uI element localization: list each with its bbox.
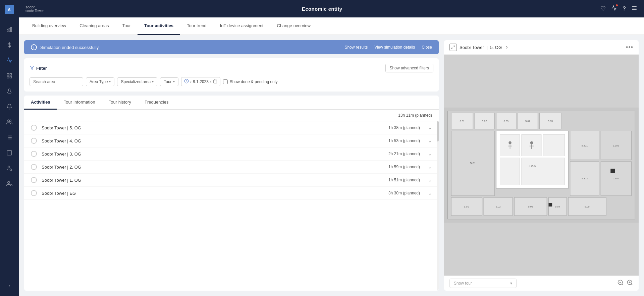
show-tour-dropdown[interactable]: Show tour ▾	[449, 279, 517, 288]
filter-icon	[30, 65, 34, 71]
activity-item-2[interactable]: Soobr Tower | 3. OG 2h 21m (planned) ⌄	[24, 147, 439, 161]
date-prev-button[interactable]: ‹	[190, 79, 192, 84]
svg-line-79	[622, 284, 623, 285]
sidebar-bottom: ›	[0, 281, 19, 296]
sub-tab-tour-history[interactable]: Tour history	[102, 96, 138, 110]
svg-text:5.303: 5.303	[581, 177, 588, 180]
chat-icon[interactable]: ♡	[600, 5, 606, 12]
date-next-button[interactable]: ›	[210, 79, 212, 84]
activity-item-1[interactable]: Soobr Tower | 4. OG 1h 53m (planned) ⌄	[24, 134, 439, 147]
sidebar-item-group[interactable]	[3, 177, 16, 190]
sidebar-item-square[interactable]	[3, 146, 16, 160]
main-nav-tabs: Building overview Cleaning areas Tour To…	[19, 17, 644, 35]
activity-item-5[interactable]: Soobr Tower | EG 3h 30m (planned) ⌄	[24, 187, 439, 200]
view-simulation-details-button[interactable]: View simulation details	[374, 45, 415, 50]
svg-rect-4	[7, 73, 9, 75]
activity-chevron-4[interactable]: ⌄	[428, 177, 432, 183]
activity-circle-0	[31, 125, 37, 131]
sidebar-collapse-button[interactable]: ›	[3, 281, 16, 291]
close-notification-button[interactable]: Close	[422, 45, 432, 50]
sidebar-item-grid[interactable]	[3, 69, 16, 82]
map-more-options-button[interactable]: •••	[626, 44, 633, 51]
svg-rect-25	[213, 80, 217, 83]
sub-tab-tour-information[interactable]: Tour Information	[57, 96, 102, 110]
activity-item-3[interactable]: Soobr Tower | 2. OG 1h 59m (planned) ⌄	[24, 161, 439, 174]
sidebar-item-dollar[interactable]	[3, 38, 16, 52]
sub-tab-activities[interactable]: Activities	[24, 96, 57, 110]
activity-name-3: Soobr Tower | 2. OG	[42, 165, 384, 170]
map-fullscreen-button[interactable]	[449, 44, 457, 51]
svg-text:5.05: 5.05	[585, 205, 590, 208]
info-icon: i	[31, 44, 37, 50]
show-done-pending-input[interactable]	[223, 79, 228, 84]
sidebar-item-chart[interactable]	[3, 23, 16, 36]
tab-building-overview[interactable]: Building overview	[25, 17, 73, 35]
svg-line-29	[453, 46, 455, 47]
zoom-in-button[interactable]	[627, 279, 633, 288]
tour-dropdown[interactable]: Tour ▾	[160, 77, 178, 86]
show-advanced-filters-button[interactable]: Show advanced filters	[385, 64, 433, 72]
sidebar-item-flask[interactable]	[3, 84, 16, 98]
filter-section: Filter Show advanced filters Area Type ▾…	[24, 58, 439, 92]
activity-chevron-0[interactable]: ⌄	[428, 125, 432, 130]
activity-chevron-2[interactable]: ⌄	[428, 151, 432, 157]
activity-time-2: 2h 21m (planned)	[388, 152, 420, 156]
activity-item-0[interactable]: Soobr Tower | 5. OG 1h 38m (planned) ⌄	[24, 121, 439, 134]
help-icon[interactable]: ?	[623, 6, 626, 12]
show-results-button[interactable]: Show results	[344, 45, 368, 50]
map-floor-nav[interactable]	[504, 45, 509, 50]
date-sync-icon[interactable]	[184, 79, 189, 84]
show-done-pending-label: Show done & pending only	[230, 79, 278, 84]
zoom-out-button[interactable]	[617, 279, 624, 288]
pulse-icon[interactable]	[611, 5, 617, 13]
activity-time-3: 1h 59m (planned)	[388, 165, 420, 169]
svg-rect-49	[522, 158, 565, 185]
svg-text:5.205: 5.205	[529, 164, 536, 168]
area-type-dropdown[interactable]: Area Type ▾	[86, 77, 114, 86]
scroll-thumb[interactable]	[437, 121, 439, 141]
svg-point-50	[508, 141, 512, 144]
tab-tour-trend[interactable]: Tour trend	[180, 17, 213, 35]
sidebar-item-users[interactable]	[3, 115, 16, 129]
activity-chevron-5[interactable]: ⌄	[428, 190, 432, 196]
activity-chevron-3[interactable]: ⌄	[428, 164, 432, 170]
header-actions: ♡ ?	[600, 5, 637, 13]
notification-message: i Simulation ended successfully	[31, 44, 99, 50]
sidebar-item-analytics[interactable]	[3, 54, 16, 67]
svg-text:5.03: 5.03	[503, 120, 508, 123]
sidebar-item-list[interactable]	[3, 131, 16, 144]
svg-text:5.01: 5.01	[464, 205, 469, 208]
tab-cleaning-areas[interactable]: Cleaning areas	[73, 17, 115, 35]
specialized-area-label: Specialized area	[121, 79, 151, 84]
date-control[interactable]: ‹ 9.1.2023 ›	[181, 77, 220, 86]
svg-text:5.01: 5.01	[470, 162, 476, 165]
app-name-header: soobr soobr Tower	[25, 5, 44, 13]
logo-icon: s	[5, 5, 14, 14]
svg-line-30	[452, 48, 453, 49]
activity-time-0: 1h 38m (planned)	[388, 125, 420, 130]
activity-chevron-1[interactable]: ⌄	[428, 138, 432, 143]
tab-iot-device-assignment[interactable]: IoT device assignment	[213, 17, 270, 35]
map-building-name: Soobr Tower	[460, 45, 484, 50]
app-logo[interactable]: s	[0, 0, 19, 19]
main-content: soobr soobr Tower Economic entity ♡ ? Bu…	[19, 0, 644, 296]
right-panel: Soobr Tower | 5. OG •••	[444, 40, 639, 291]
tab-change-overview[interactable]: Change overview	[270, 17, 317, 35]
search-area-input[interactable]	[30, 77, 83, 86]
svg-rect-5	[10, 73, 12, 75]
map-header: Soobr Tower | 5. OG •••	[444, 40, 639, 55]
sidebar-item-person-search[interactable]	[3, 162, 16, 175]
svg-marker-23	[30, 66, 34, 69]
left-panel: i Simulation ended successfully Show res…	[24, 40, 439, 291]
tab-tour-activities[interactable]: Tour activities	[138, 17, 180, 35]
tab-tour[interactable]: Tour	[116, 17, 138, 35]
specialized-area-dropdown[interactable]: Specialized area ▾	[117, 77, 157, 86]
map-zoom-controls	[617, 279, 633, 288]
activity-item-4[interactable]: Soobr Tower | 1. OG 1h 51m (planned) ⌄	[24, 174, 439, 187]
sub-tab-frequencies[interactable]: Frequencies	[138, 96, 175, 110]
menu-icon[interactable]	[631, 5, 637, 13]
sidebar-item-bell[interactable]	[3, 100, 16, 113]
svg-point-53	[530, 141, 533, 144]
show-done-pending-checkbox[interactable]: Show done & pending only	[223, 79, 278, 84]
calendar-icon[interactable]	[213, 79, 217, 84]
